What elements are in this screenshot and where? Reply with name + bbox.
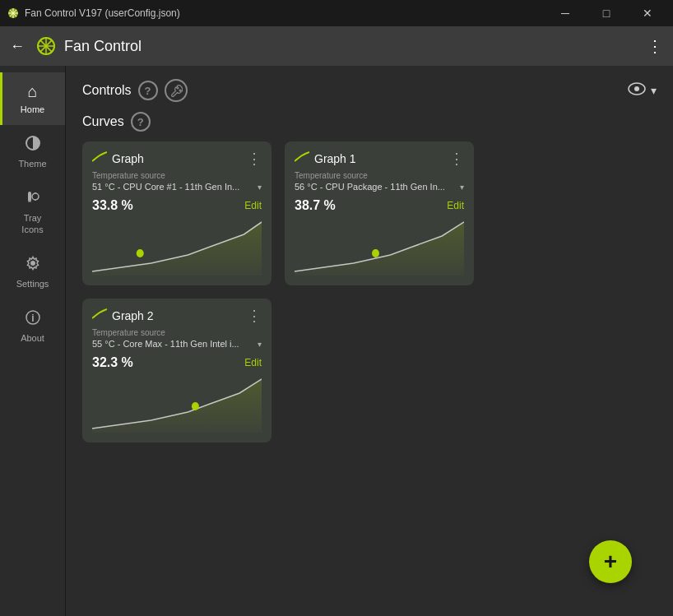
- eye-button[interactable]: [628, 82, 646, 100]
- sidebar-item-theme[interactable]: Theme: [0, 125, 65, 179]
- controls-title: Controls: [82, 83, 132, 98]
- svg-point-23: [192, 402, 199, 410]
- tray-icons-icon: [25, 189, 41, 210]
- app-logo-icon: [36, 36, 56, 56]
- svg-text:i: i: [31, 313, 34, 324]
- graph-card-2-header: Graph 2 ⋮: [92, 308, 262, 323]
- graph-0-chart: [92, 218, 262, 276]
- about-icon: i: [25, 309, 41, 330]
- graph-card-1-header: Graph 1 ⋮: [295, 151, 464, 166]
- curves-section-header: Curves ?: [82, 112, 657, 132]
- graph-0-menu-button[interactable]: ⋮: [247, 151, 262, 166]
- curves-help-button[interactable]: ?: [131, 112, 151, 132]
- controls-right-controls: ▾: [628, 82, 657, 100]
- titlebar-app-icon: [7, 7, 20, 20]
- graph-0-dropdown-arrow-icon[interactable]: ▾: [258, 183, 262, 192]
- titlebar: Fan Control V197 (userConfig.json) ─ □ ✕: [0, 0, 673, 26]
- app-body: ⌂ Home Theme TrayIcon: [0, 66, 673, 616]
- app-title: Fan Control: [64, 38, 142, 55]
- graph-2-temp-text: 55 °C - Core Max - 11th Gen Intel i...: [92, 339, 239, 349]
- graph-2-percent: 32.3 %: [92, 355, 133, 370]
- graph-card-0-header: Graph ⋮: [92, 151, 262, 166]
- graph-1-temp-text: 56 °C - CPU Package - 11th Gen In...: [295, 182, 445, 192]
- sidebar-item-tray-icons[interactable]: TrayIcons: [0, 179, 65, 244]
- graph-0-line-icon: [92, 151, 107, 166]
- sidebar: ⌂ Home Theme TrayIcon: [0, 66, 66, 616]
- graph-card-1-title-group: Graph 1: [295, 151, 356, 166]
- svg-point-20: [634, 86, 639, 91]
- graph-1-edit-button[interactable]: Edit: [447, 200, 464, 211]
- controls-section-header: Controls ? ▾: [82, 79, 657, 102]
- app-header: ← Fan Control ⋮: [0, 26, 673, 66]
- graph-2-menu-button[interactable]: ⋮: [247, 308, 262, 323]
- back-button[interactable]: ←: [10, 38, 25, 55]
- sidebar-item-home[interactable]: ⌂ Home: [0, 72, 65, 125]
- graph-0-temp-text: 51 °C - CPU Core #1 - 11th Gen In...: [92, 182, 239, 192]
- sidebar-label-about: About: [21, 333, 44, 344]
- graph-2-title: Graph 2: [112, 309, 154, 322]
- graph-card-0: Graph ⋮ Temperature source 51 °C - CPU C…: [82, 141, 272, 285]
- titlebar-controls: ─ □ ✕: [546, 0, 666, 26]
- theme-icon: [25, 135, 41, 155]
- dropdown-arrow-icon[interactable]: ▾: [651, 84, 657, 97]
- graph-1-percent-row: 38.7 % Edit: [295, 198, 464, 213]
- titlebar-title: Fan Control V197 (userConfig.json): [25, 7, 180, 19]
- graph-1-menu-button[interactable]: ⋮: [449, 151, 464, 166]
- controls-help-button[interactable]: ?: [138, 81, 158, 100]
- svg-rect-12: [28, 200, 31, 202]
- maximize-button[interactable]: □: [587, 0, 625, 26]
- graph-card-2-title-group: Graph 2: [92, 308, 154, 323]
- graph-1-title: Graph 1: [314, 152, 356, 165]
- graph-1-dropdown-arrow-icon[interactable]: ▾: [460, 183, 464, 192]
- graph-2-edit-button[interactable]: Edit: [244, 357, 262, 368]
- graph-card-1: Graph 1 ⋮ Temperature source 56 °C - CPU…: [285, 141, 474, 285]
- graph-0-edit-button[interactable]: Edit: [244, 200, 262, 211]
- sidebar-item-about[interactable]: i About: [0, 299, 65, 354]
- graph-0-temp-source-label: Temperature source: [92, 171, 262, 180]
- graph-2-chart: [92, 375, 262, 433]
- minimize-button[interactable]: ─: [546, 0, 584, 26]
- close-button[interactable]: ✕: [629, 0, 666, 26]
- svg-point-13: [32, 193, 39, 200]
- svg-point-21: [137, 249, 144, 257]
- graph-0-percent: 33.8 %: [92, 198, 133, 213]
- add-fab-button[interactable]: +: [589, 540, 632, 583]
- header-left: ← Fan Control: [10, 36, 142, 56]
- sidebar-item-settings[interactable]: Settings: [0, 245, 65, 299]
- sidebar-label-settings: Settings: [16, 279, 49, 289]
- svg-point-16: [30, 261, 35, 266]
- graph-card-2: Graph 2 ⋮ Temperature source 55 °C - Cor…: [82, 299, 272, 442]
- graph-2-line-icon: [92, 308, 107, 323]
- graph-2-temp-source-label: Temperature source: [92, 328, 262, 337]
- sidebar-label-theme: Theme: [18, 159, 46, 169]
- graph-1-temp-source-value: 56 °C - CPU Package - 11th Gen In... ▾: [295, 182, 464, 192]
- home-icon: ⌂: [27, 82, 37, 101]
- graph-cards-row: Graph ⋮ Temperature source 51 °C - CPU C…: [82, 141, 657, 442]
- graph-1-chart: [295, 218, 464, 276]
- main-content: Controls ? ▾ Curves ?: [66, 66, 673, 616]
- graph-2-percent-row: 32.3 % Edit: [92, 355, 262, 370]
- graph-0-title: Graph: [112, 152, 144, 165]
- graph-0-temp-source-value: 51 °C - CPU Core #1 - 11th Gen In... ▾: [92, 182, 262, 192]
- titlebar-left: Fan Control V197 (userConfig.json): [7, 7, 180, 20]
- svg-point-22: [372, 249, 379, 257]
- graph-1-percent: 38.7 %: [295, 198, 336, 213]
- settings-icon: [25, 255, 41, 276]
- controls-wrench-button[interactable]: [165, 79, 188, 102]
- sidebar-label-tray-icons: TrayIcons: [21, 213, 43, 234]
- graph-card-0-title-group: Graph: [92, 151, 144, 166]
- graph-0-percent-row: 33.8 % Edit: [92, 198, 262, 213]
- graph-2-temp-source-value: 55 °C - Core Max - 11th Gen Intel i... ▾: [92, 339, 262, 349]
- curves-title: Curves: [82, 114, 124, 129]
- sidebar-label-home: Home: [21, 104, 44, 115]
- graph-1-line-icon: [295, 151, 309, 166]
- graph-1-temp-source-label: Temperature source: [295, 171, 464, 180]
- header-menu-button[interactable]: ⋮: [647, 36, 663, 56]
- graph-2-dropdown-arrow-icon[interactable]: ▾: [258, 340, 262, 349]
